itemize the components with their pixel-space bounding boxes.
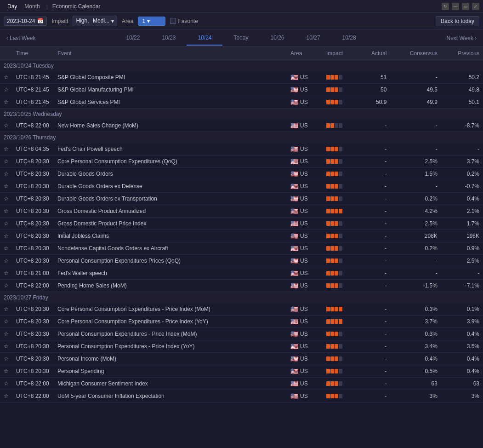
time-cell: UTC+8 20:30: [12, 365, 54, 378]
back-today-button[interactable]: Back to today: [436, 16, 479, 26]
section-header: 2023/10/26 Thursday: [0, 132, 483, 144]
star-cell[interactable]: ☆: [0, 280, 12, 292]
table-row[interactable]: ☆ UTC+8 20:30 Core Personal Consumption …: [0, 155, 483, 168]
flag-icon: 🇺🇸: [290, 305, 298, 313]
refresh-btn[interactable]: ↻: [442, 3, 449, 10]
event-cell: Durable Goods Orders: [54, 168, 287, 180]
star-cell[interactable]: ☆: [0, 168, 12, 180]
table-row[interactable]: ☆ UTC+8 20:30 Initial Jobless Claims 🇺🇸 …: [0, 230, 483, 242]
favorite-checkbox[interactable]: [170, 18, 176, 24]
max-btn[interactable]: ⤢: [472, 3, 479, 10]
tab-day[interactable]: Day: [4, 2, 21, 11]
nav-date-10-27[interactable]: 10/27: [295, 31, 331, 46]
star-cell[interactable]: ☆: [0, 71, 12, 84]
star-cell[interactable]: ☆: [0, 340, 12, 353]
star-cell[interactable]: ☆: [0, 378, 12, 390]
impact-dropdown[interactable]: High、Medi... ▾: [73, 16, 117, 26]
table-container: Time Event Area Impact Actual Consensus …: [0, 47, 483, 448]
star-cell[interactable]: ☆: [0, 205, 12, 218]
table-row[interactable]: ☆ UTC+8 20:30 Durable Goods Orders ex De…: [0, 180, 483, 193]
table-row[interactable]: ☆ UTC+8 20:30 Gross Domestic Product Pri…: [0, 218, 483, 230]
table-row[interactable]: ☆ UTC+8 20:30 Durable Goods Orders ex Tr…: [0, 193, 483, 205]
star-cell[interactable]: ☆: [0, 120, 12, 132]
event-cell: Core Personal Consumption Expenditures -…: [54, 303, 287, 316]
previous-cell: 3.7%: [441, 155, 483, 168]
flag-icon: 🇺🇸: [290, 122, 298, 129]
tab-month[interactable]: Month: [21, 2, 43, 11]
star-cell[interactable]: ☆: [0, 193, 12, 205]
star-cell[interactable]: ☆: [0, 316, 12, 328]
star-cell[interactable]: ☆: [0, 84, 12, 96]
nav-date-10-23[interactable]: 10/23: [151, 31, 187, 46]
nav-date-Today[interactable]: Today: [222, 31, 259, 46]
table-header: Time Event Area Impact Actual Consensus …: [0, 47, 483, 60]
table-row[interactable]: ☆ UTC+8 22:00 UoM 5-year Consumer Inflat…: [0, 390, 483, 402]
star-cell[interactable]: ☆: [0, 143, 12, 155]
area-cell: 🇺🇸 US: [287, 390, 323, 402]
event-cell: Nondefense Capital Goods Orders ex Aircr…: [54, 242, 287, 255]
table-row[interactable]: ☆ UTC+8 20:30 Gross Domestic Product Ann…: [0, 205, 483, 218]
flag-icon: 🇺🇸: [290, 368, 298, 375]
star-cell[interactable]: ☆: [0, 180, 12, 193]
actual-cell: -: [358, 168, 391, 180]
prev-week-button[interactable]: ‹ Last Week: [4, 33, 38, 43]
next-week-button[interactable]: Next Week ›: [444, 33, 479, 43]
star-cell[interactable]: ☆: [0, 155, 12, 168]
star-cell[interactable]: ☆: [0, 353, 12, 365]
actual-cell: -: [358, 378, 391, 390]
table-row[interactable]: ☆ UTC+8 21:45 S&P Global Manufacturing P…: [0, 84, 483, 96]
star-cell[interactable]: ☆: [0, 96, 12, 109]
nav-date-10-24[interactable]: 10/24: [187, 31, 222, 46]
event-cell: S&P Global Manufacturing PMI: [54, 84, 287, 96]
table-row[interactable]: ☆ UTC+8 20:30 Personal Consumption Expen…: [0, 328, 483, 340]
table-row[interactable]: ☆ UTC+8 22:00 New Home Sales Change (MoM…: [0, 120, 483, 132]
table-row[interactable]: ☆ UTC+8 04:35 Fed's Chair Powell speech …: [0, 143, 483, 155]
consensus-cell: -: [390, 255, 441, 267]
actual-cell: -: [358, 340, 391, 353]
area-cell: 🇺🇸 US: [287, 120, 323, 132]
area-text: US: [300, 356, 308, 362]
area-cell: 🇺🇸 US: [287, 267, 323, 280]
table-row[interactable]: ☆ UTC+8 20:30 Durable Goods Orders 🇺🇸 US…: [0, 168, 483, 180]
favorite-check[interactable]: Favorite: [170, 18, 198, 24]
table-row[interactable]: ☆ UTC+8 20:30 Nondefense Capital Goods O…: [0, 242, 483, 255]
area-dropdown[interactable]: 1 ▾: [138, 17, 165, 26]
star-cell[interactable]: ☆: [0, 365, 12, 378]
area-text: US: [300, 233, 308, 239]
table-row[interactable]: ☆ UTC+8 20:30 Personal Income (MoM) 🇺🇸 U…: [0, 353, 483, 365]
star-cell[interactable]: ☆: [0, 255, 12, 267]
actual-cell: -: [358, 155, 391, 168]
area-cell: 🇺🇸 US: [287, 303, 323, 316]
star-cell[interactable]: ☆: [0, 242, 12, 255]
date-input[interactable]: 2023-10-24 📅: [4, 17, 47, 26]
actual-cell: -: [358, 353, 391, 365]
table-row[interactable]: ☆ UTC+8 21:45 S&P Global Services PMI 🇺🇸…: [0, 96, 483, 109]
area-cell: 🇺🇸 US: [287, 280, 323, 292]
table-row[interactable]: ☆ UTC+8 21:00 Fed's Waller speech 🇺🇸 US …: [0, 267, 483, 280]
table-row[interactable]: ☆ UTC+8 20:30 Core Personal Consumption …: [0, 303, 483, 316]
star-cell[interactable]: ☆: [0, 303, 12, 316]
table-row[interactable]: ☆ UTC+8 20:30 Core Personal Consumption …: [0, 316, 483, 328]
star-cell[interactable]: ☆: [0, 218, 12, 230]
previous-cell: 49.8: [441, 84, 483, 96]
consensus-cell: 208K: [390, 230, 441, 242]
event-cell: Personal Income (MoM): [54, 353, 287, 365]
nav-date-10-22[interactable]: 10/22: [115, 31, 151, 46]
nav-date-10-28[interactable]: 10/28: [331, 31, 367, 46]
table-row[interactable]: ☆ UTC+8 20:30 Personal Spending 🇺🇸 US - …: [0, 365, 483, 378]
nav-date-10-26[interactable]: 10/26: [260, 31, 295, 46]
star-cell[interactable]: ☆: [0, 267, 12, 280]
table-row[interactable]: ☆ UTC+8 21:45 S&P Global Composite PMI 🇺…: [0, 71, 483, 84]
star-cell[interactable]: ☆: [0, 230, 12, 242]
table-row[interactable]: ☆ UTC+8 22:00 Pending Home Sales (MoM) 🇺…: [0, 280, 483, 292]
impact-cell: [323, 168, 358, 180]
min-btn[interactable]: —: [452, 3, 459, 10]
area-cell: 🇺🇸 US: [287, 71, 323, 84]
star-cell[interactable]: ☆: [0, 328, 12, 340]
table-row[interactable]: ☆ UTC+8 22:00 Michigan Consumer Sentimen…: [0, 378, 483, 390]
table-row[interactable]: ☆ UTC+8 20:30 Personal Consumption Expen…: [0, 340, 483, 353]
table-row[interactable]: ☆ UTC+8 20:30 Personal Consumption Expen…: [0, 255, 483, 267]
restore-btn[interactable]: ▭: [462, 3, 469, 10]
star-cell[interactable]: ☆: [0, 390, 12, 402]
consensus-cell: -1.5%: [390, 280, 441, 292]
